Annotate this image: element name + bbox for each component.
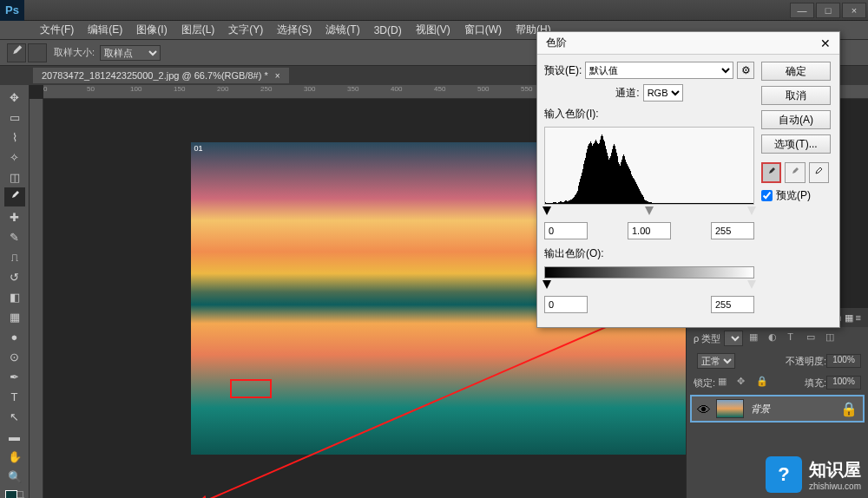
brush-tool[interactable]: ✎ [4, 227, 25, 246]
dialog-close-icon[interactable]: ✕ [820, 36, 831, 50]
filter-smart-icon[interactable]: ◫ [825, 331, 839, 345]
menu-编辑(E)[interactable]: 编辑(E) [81, 23, 129, 37]
close-button[interactable]: × [842, 3, 866, 18]
option-dropdown-icon[interactable] [28, 43, 47, 62]
filter-kind-label: ρ 类型 [694, 332, 720, 345]
fill-value[interactable]: 100% [826, 376, 861, 390]
lasso-tool[interactable]: ⌇ [4, 128, 25, 147]
menu-文件(F)[interactable]: 文件(F) [33, 23, 81, 37]
marquee-tool[interactable]: ▭ [4, 108, 25, 127]
annotation-marker [230, 379, 272, 398]
lock-label: 锁定: [694, 377, 715, 390]
document-tab-label: 20783472_181242325000_2.jpg @ 66.7%(RGB/… [42, 70, 268, 81]
preset-label: 预设(E): [544, 63, 582, 78]
type-tool[interactable]: T [4, 387, 25, 406]
white-point-slider[interactable] [747, 206, 756, 215]
minimize-button[interactable]: — [790, 3, 814, 18]
ps-logo: Ps [0, 0, 24, 21]
menu-视图(V)[interactable]: 视图(V) [409, 23, 457, 37]
watermark-icon: ? [766, 456, 802, 493]
lock-position-icon[interactable]: ✥ [737, 376, 751, 390]
zoom-tool[interactable]: 🔍 [4, 467, 25, 486]
close-tab-icon[interactable]: × [275, 71, 280, 81]
preset-menu-icon[interactable]: ⚙ [737, 62, 754, 79]
wand-tool[interactable]: ✧ [4, 147, 25, 167]
ruler-vertical [30, 99, 43, 498]
watermark-brand: 知识屋 [809, 458, 861, 482]
channel-select[interactable]: RGB [643, 84, 683, 102]
output-sliders[interactable] [544, 280, 754, 292]
out-black-slider[interactable] [542, 280, 551, 289]
menu-选择(S)[interactable]: 选择(S) [270, 23, 319, 37]
layer-name-label: 背景 [751, 403, 770, 416]
dialog-title: 色阶 [546, 36, 567, 50]
crop-tool[interactable]: ◫ [4, 167, 25, 187]
input-sliders[interactable] [544, 206, 754, 219]
filter-adjust-icon[interactable]: ◐ [768, 331, 782, 345]
stamp-tool[interactable]: ⎍ [4, 247, 25, 266]
options-button[interactable]: 选项(T)... [761, 134, 831, 154]
black-eyedropper-icon[interactable] [761, 162, 781, 183]
sample-size-select[interactable]: 取样点 [100, 45, 161, 61]
eraser-tool[interactable]: ◧ [4, 287, 25, 306]
filter-pixel-icon[interactable]: ▦ [749, 331, 763, 345]
cancel-button[interactable]: 取消 [761, 86, 831, 105]
opacity-value[interactable]: 100% [826, 354, 861, 368]
menu-文字(Y)[interactable]: 文字(Y) [221, 23, 270, 37]
input-white-field[interactable] [711, 222, 754, 239]
lock-all-icon[interactable]: 🔒 [756, 376, 770, 390]
dodge-tool[interactable]: ⊙ [4, 347, 25, 366]
sample-size-label: 取样大小: [54, 46, 95, 59]
ok-button[interactable]: 确定 [761, 62, 831, 81]
blur-tool[interactable]: ● [4, 327, 25, 346]
levels-dialog: 色阶 ✕ 预设(E): 默认值 ⚙ 通道: RGB 输入色阶(I): [536, 31, 840, 328]
out-white-slider[interactable] [747, 280, 756, 289]
filter-type-icon[interactable]: T [787, 331, 801, 345]
hand-tool[interactable]: ✋ [4, 447, 25, 466]
output-white-field[interactable] [711, 296, 754, 313]
visibility-icon[interactable]: 👁 [697, 403, 709, 415]
eyedropper-tool-icon[interactable] [7, 43, 26, 62]
filter-shape-icon[interactable]: ▭ [806, 331, 820, 345]
lock-pixels-icon[interactable]: ▦ [718, 376, 732, 390]
gamma-slider[interactable] [645, 206, 654, 215]
preview-checkbox[interactable] [761, 190, 773, 201]
output-black-field[interactable] [544, 296, 588, 313]
shape-tool[interactable]: ▬ [4, 427, 25, 446]
filter-kind-select[interactable] [724, 331, 743, 346]
path-tool[interactable]: ↖ [4, 407, 25, 426]
layer-background[interactable]: 👁 背景 🔒 [690, 395, 865, 423]
document-tab[interactable]: 20783472_181242325000_2.jpg @ 66.7%(RGB/… [33, 68, 289, 83]
lock-icon: 🔒 [840, 401, 858, 417]
menu-滤镜(T)[interactable]: 滤镜(T) [319, 23, 366, 37]
menu-图层(L)[interactable]: 图层(L) [174, 23, 222, 37]
gray-eyedropper-icon[interactable] [785, 162, 805, 183]
eyedropper-tool[interactable] [4, 187, 25, 206]
color-swatches[interactable] [6, 491, 23, 498]
channel-label: 通道: [615, 86, 639, 101]
preset-select[interactable]: 默认值 [585, 62, 733, 79]
pen-tool[interactable]: ✒ [4, 367, 25, 386]
input-gamma-field[interactable] [628, 222, 671, 239]
dialog-titlebar[interactable]: 色阶 ✕ [537, 32, 839, 55]
blend-mode-select[interactable]: 正常 [697, 353, 735, 369]
white-eyedropper-icon[interactable] [809, 162, 829, 183]
healing-tool[interactable]: ✚ [4, 207, 25, 226]
output-levels-label: 输出色阶(O): [544, 246, 604, 261]
watermark: ? 知识屋 zhishiwu.com [766, 456, 861, 493]
menu-3D(D)[interactable]: 3D(D) [367, 24, 409, 36]
black-point-slider[interactable] [542, 206, 551, 215]
opacity-label: 不透明度: [786, 355, 826, 368]
titlebar: Ps — □ × [0, 0, 868, 21]
auto-button[interactable]: 自动(A) [761, 110, 831, 129]
maximize-button[interactable]: □ [816, 3, 840, 18]
fill-label: 填充: [805, 377, 826, 390]
history-brush-tool[interactable]: ↺ [4, 267, 25, 286]
move-tool[interactable]: ✥ [4, 88, 25, 107]
gradient-tool[interactable]: ▦ [4, 307, 25, 326]
menu-窗口(W)[interactable]: 窗口(W) [457, 23, 509, 37]
input-levels-label: 输入色阶(I): [544, 107, 599, 121]
input-black-field[interactable] [544, 222, 588, 239]
menu-图像(I)[interactable]: 图像(I) [129, 23, 174, 37]
watermark-url: zhishiwu.com [809, 482, 861, 491]
